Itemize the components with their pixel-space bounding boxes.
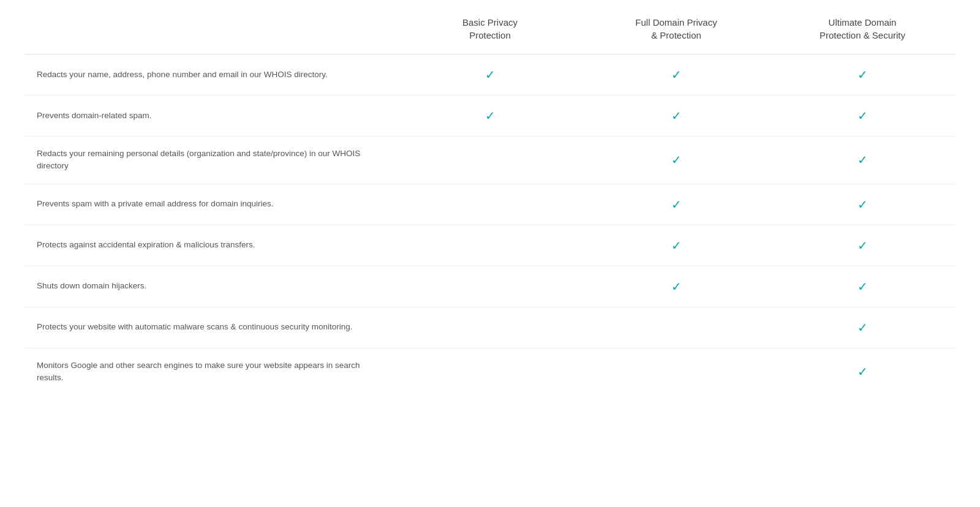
- basic-check-cell: [397, 137, 583, 184]
- checkmark-icon: [671, 151, 682, 169]
- feature-cell: Redacts your name, address, phone number…: [24, 54, 397, 96]
- checkmark-icon: [858, 318, 868, 337]
- full-check-cell: [583, 96, 769, 137]
- checkmark-icon: [671, 107, 682, 125]
- table-row: Protects your website with automatic mal…: [24, 307, 956, 348]
- feature-cell: Monitors Google and other search engines…: [24, 348, 397, 395]
- full-check-cell: [583, 137, 769, 184]
- full-check-cell: [583, 184, 769, 225]
- feature-cell: Prevents spam with a private email addre…: [24, 184, 397, 225]
- checkmark-icon: [858, 277, 868, 296]
- basic-check-cell: [397, 307, 583, 348]
- full-check-cell: [583, 225, 769, 266]
- checkmark-icon: [858, 362, 868, 381]
- checkmark-icon: [858, 195, 868, 214]
- ultimate-check-cell: [769, 184, 956, 225]
- checkmark-icon: [858, 107, 868, 125]
- ultimate-check-cell: [769, 266, 956, 307]
- checkmark-icon: [485, 66, 496, 84]
- table-row: Monitors Google and other search engines…: [24, 348, 956, 395]
- table-row: Prevents domain-related spam.: [24, 96, 956, 137]
- feature-cell: Prevents domain-related spam.: [24, 96, 397, 137]
- basic-check-cell: [397, 54, 583, 96]
- ultimate-check-cell: [769, 307, 956, 348]
- basic-check-cell: [397, 266, 583, 307]
- basic-check-cell: [397, 96, 583, 137]
- full-check-cell: [583, 266, 769, 307]
- checkmark-icon: [671, 236, 682, 255]
- ultimate-check-cell: [769, 54, 956, 96]
- ultimate-check-cell: [769, 137, 956, 184]
- full-check-cell: [583, 348, 769, 395]
- checkmark-icon: [671, 66, 682, 84]
- feature-cell: Protects your website with automatic mal…: [24, 307, 397, 348]
- ultimate-check-cell: [769, 225, 956, 266]
- full-check-cell: [583, 54, 769, 96]
- feature-column-header: [24, 6, 397, 54]
- checkmark-icon: [485, 107, 496, 125]
- checkmark-icon: [671, 277, 682, 296]
- feature-cell: Redacts your remaining personal details …: [24, 137, 397, 184]
- ultimate-plan-header: Ultimate DomainProtection & Security: [769, 6, 956, 54]
- table-row: Protects against accidental expiration &…: [24, 225, 956, 266]
- full-plan-header: Full Domain Privacy& Protection: [583, 6, 769, 54]
- basic-check-cell: [397, 348, 583, 395]
- feature-cell: Shuts down domain hijackers.: [24, 266, 397, 307]
- table-row: Redacts your name, address, phone number…: [24, 54, 956, 96]
- ultimate-check-cell: [769, 96, 956, 137]
- table-row: Shuts down domain hijackers.: [24, 266, 956, 307]
- basic-check-cell: [397, 225, 583, 266]
- basic-plan-header: Basic PrivacyProtection: [397, 6, 583, 54]
- table-row: Redacts your remaining personal details …: [24, 137, 956, 184]
- checkmark-icon: [858, 236, 868, 255]
- ultimate-check-cell: [769, 348, 956, 395]
- full-check-cell: [583, 307, 769, 348]
- checkmark-icon: [858, 66, 868, 84]
- checkmark-icon: [671, 195, 682, 214]
- checkmark-icon: [858, 151, 868, 169]
- comparison-table: Basic PrivacyProtection Full Domain Priv…: [24, 6, 956, 395]
- feature-cell: Protects against accidental expiration &…: [24, 225, 397, 266]
- table-row: Prevents spam with a private email addre…: [24, 184, 956, 225]
- basic-check-cell: [397, 184, 583, 225]
